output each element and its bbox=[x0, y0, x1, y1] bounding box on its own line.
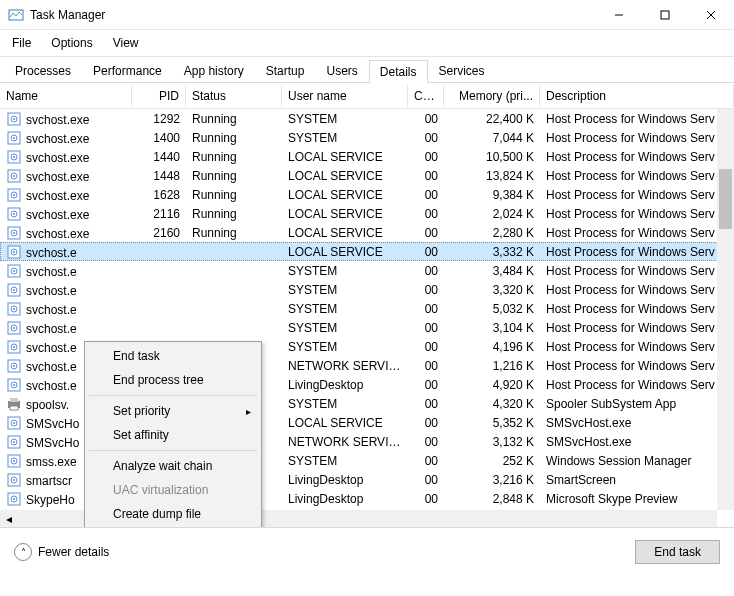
scroll-left-button[interactable]: ◂ bbox=[0, 510, 17, 527]
minimize-button[interactable] bbox=[596, 0, 642, 30]
tab-startup[interactable]: Startup bbox=[255, 59, 316, 82]
process-icon bbox=[6, 358, 22, 374]
table-row[interactable]: svchost.exe1292RunningSYSTEM0022,400 KHo… bbox=[0, 109, 734, 128]
vertical-scrollbar[interactable] bbox=[717, 109, 734, 510]
svg-point-19 bbox=[13, 194, 15, 196]
context-set-affinity[interactable]: Set affinity bbox=[87, 423, 259, 447]
table-row[interactable]: svchost.exe1440RunningLOCAL SERVICE0010,… bbox=[0, 147, 734, 166]
tabstrip: ProcessesPerformanceApp historyStartupUs… bbox=[0, 57, 734, 83]
svg-point-37 bbox=[13, 308, 15, 310]
svg-point-34 bbox=[13, 289, 15, 291]
maximize-button[interactable] bbox=[642, 0, 688, 30]
app-icon bbox=[8, 7, 24, 23]
svg-point-25 bbox=[13, 232, 15, 234]
table-row[interactable]: svchost.exe1628RunningLOCAL SERVICE009,3… bbox=[0, 185, 734, 204]
table-row[interactable]: svchost.eSYSTEM003,320 KHost Process for… bbox=[0, 280, 734, 299]
column-header[interactable]: CPU bbox=[408, 85, 444, 107]
column-header[interactable]: Memory (pri... bbox=[444, 85, 540, 107]
svg-point-22 bbox=[13, 213, 15, 215]
process-icon bbox=[6, 282, 22, 298]
svg-point-7 bbox=[13, 118, 15, 120]
process-icon bbox=[6, 111, 22, 127]
column-header[interactable]: PID bbox=[132, 85, 186, 107]
table-row[interactable]: svchost.exe1448RunningLOCAL SERVICE0013,… bbox=[0, 166, 734, 185]
process-table: NamePIDStatusUser nameCPUMemory (pri...D… bbox=[0, 83, 734, 528]
table-row[interactable]: svchost.eSYSTEM003,484 KHost Process for… bbox=[0, 261, 734, 280]
table-row[interactable]: svchost.eSYSTEM003,104 KHost Process for… bbox=[0, 318, 734, 337]
context-set-priority[interactable]: Set priority▸ bbox=[87, 399, 259, 423]
process-icon bbox=[6, 415, 22, 431]
process-icon bbox=[6, 472, 22, 488]
svg-point-31 bbox=[13, 270, 15, 272]
svg-rect-51 bbox=[10, 398, 18, 402]
submenu-arrow-icon: ▸ bbox=[246, 406, 251, 417]
svg-point-43 bbox=[13, 346, 15, 348]
process-icon bbox=[6, 244, 22, 260]
process-icon bbox=[6, 320, 22, 336]
tab-users[interactable]: Users bbox=[315, 59, 368, 82]
process-icon bbox=[6, 301, 22, 317]
process-icon bbox=[6, 149, 22, 165]
process-icon bbox=[6, 491, 22, 507]
window-title: Task Manager bbox=[30, 8, 596, 22]
process-icon bbox=[6, 225, 22, 241]
tab-app-history[interactable]: App history bbox=[173, 59, 255, 82]
svg-point-55 bbox=[13, 422, 15, 424]
column-header[interactable]: Description bbox=[540, 85, 734, 107]
context-end-task[interactable]: End task bbox=[87, 344, 259, 368]
process-icon bbox=[6, 339, 22, 355]
svg-point-64 bbox=[13, 479, 15, 481]
column-header[interactable]: Name bbox=[0, 85, 132, 107]
tab-processes[interactable]: Processes bbox=[4, 59, 82, 82]
titlebar: Task Manager bbox=[0, 0, 734, 30]
context-analyze-wait-chain[interactable]: Analyze wait chain bbox=[87, 454, 259, 478]
table-header: NamePIDStatusUser nameCPUMemory (pri...D… bbox=[0, 83, 734, 109]
tab-performance[interactable]: Performance bbox=[82, 59, 173, 82]
process-icon bbox=[6, 263, 22, 279]
context-create-dump-file[interactable]: Create dump file bbox=[87, 502, 259, 526]
svg-point-10 bbox=[13, 137, 15, 139]
svg-point-16 bbox=[13, 175, 15, 177]
window-controls bbox=[596, 0, 734, 29]
tab-details[interactable]: Details bbox=[369, 60, 428, 83]
end-task-button[interactable]: End task bbox=[635, 540, 720, 564]
tab-services[interactable]: Services bbox=[428, 59, 496, 82]
svg-point-13 bbox=[13, 156, 15, 158]
fewer-details-label: Fewer details bbox=[38, 545, 109, 559]
column-header[interactable]: Status bbox=[186, 85, 282, 107]
close-button[interactable] bbox=[688, 0, 734, 30]
svg-point-46 bbox=[13, 365, 15, 367]
svg-point-61 bbox=[13, 460, 15, 462]
process-icon bbox=[6, 453, 22, 469]
table-row[interactable]: svchost.exe2116RunningLOCAL SERVICE002,0… bbox=[0, 204, 734, 223]
context-separator bbox=[89, 395, 257, 396]
svg-point-49 bbox=[13, 384, 15, 386]
svg-point-58 bbox=[13, 441, 15, 443]
svg-point-28 bbox=[13, 251, 15, 253]
table-row[interactable]: svchost.eSYSTEM005,032 KHost Process for… bbox=[0, 299, 734, 318]
scroll-thumb[interactable] bbox=[719, 169, 732, 229]
process-icon bbox=[6, 187, 22, 203]
svg-point-67 bbox=[13, 498, 15, 500]
table-row[interactable]: svchost.eLOCAL SERVICE003,332 KHost Proc… bbox=[0, 242, 734, 261]
chevron-up-icon: ˄ bbox=[14, 543, 32, 561]
context-end-process-tree[interactable]: End process tree bbox=[87, 368, 259, 392]
footer: ˄ Fewer details End task bbox=[0, 528, 734, 576]
process-icon bbox=[6, 434, 22, 450]
menu-options[interactable]: Options bbox=[43, 32, 100, 54]
column-header[interactable]: User name bbox=[282, 85, 408, 107]
menubar: FileOptionsView bbox=[0, 30, 734, 57]
process-icon bbox=[6, 396, 22, 412]
svg-rect-52 bbox=[10, 406, 18, 410]
svg-point-40 bbox=[13, 327, 15, 329]
menu-view[interactable]: View bbox=[105, 32, 147, 54]
menu-file[interactable]: File bbox=[4, 32, 39, 54]
context-menu: End taskEnd process treeSet priority▸Set… bbox=[84, 341, 262, 528]
context-uac-virtualization: UAC virtualization bbox=[87, 478, 259, 502]
process-icon bbox=[6, 206, 22, 222]
table-row[interactable]: svchost.exe1400RunningSYSTEM007,044 KHos… bbox=[0, 128, 734, 147]
process-icon bbox=[6, 377, 22, 393]
table-row[interactable]: svchost.exe2160RunningLOCAL SERVICE002,2… bbox=[0, 223, 734, 242]
fewer-details-toggle[interactable]: ˄ Fewer details bbox=[14, 543, 109, 561]
process-icon bbox=[6, 168, 22, 184]
